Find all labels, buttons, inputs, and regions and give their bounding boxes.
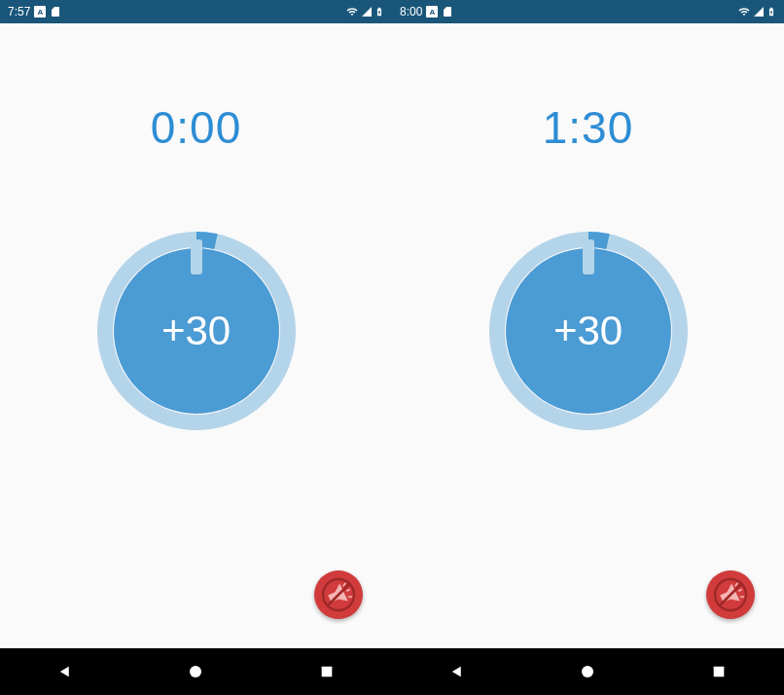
timer-content: 0:00 +30 xyxy=(0,23,392,648)
svg-line-4 xyxy=(346,590,350,592)
megaphone-off-icon xyxy=(321,577,356,612)
nav-back-button[interactable] xyxy=(418,648,496,695)
wifi-icon xyxy=(737,6,751,18)
svg-rect-19 xyxy=(713,667,724,677)
keyboard-indicator-icon: A xyxy=(34,6,46,18)
status-time: 8:00 xyxy=(400,5,422,18)
megaphone-off-icon xyxy=(713,577,748,612)
status-bar-right xyxy=(345,5,384,18)
dial-icon xyxy=(97,232,296,430)
screen-right: 8:00 A 1:30 +30 xyxy=(392,0,784,695)
timer-content: 1:30 +30 xyxy=(392,23,784,648)
add-time-dial[interactable]: +30 xyxy=(97,232,296,430)
nav-recents-icon xyxy=(319,664,335,679)
nav-home-button[interactable] xyxy=(549,648,626,695)
keyboard-indicator-icon: A xyxy=(426,6,438,18)
navigation-bar xyxy=(392,648,784,695)
sd-card-icon xyxy=(50,6,61,18)
nav-recents-button[interactable] xyxy=(680,648,758,695)
timer-display: 1:30 xyxy=(543,101,634,154)
svg-rect-12 xyxy=(583,239,594,274)
svg-point-8 xyxy=(190,666,201,677)
nav-recents-button[interactable] xyxy=(288,648,366,695)
nav-home-icon xyxy=(579,663,596,680)
nav-back-icon xyxy=(56,663,74,680)
add-time-dial[interactable]: +30 xyxy=(489,232,688,430)
status-time: 7:57 xyxy=(8,5,30,18)
battery-icon xyxy=(374,5,384,18)
status-bar-left: 7:57 A xyxy=(8,5,61,18)
dial-icon xyxy=(489,232,688,430)
wifi-icon xyxy=(345,6,359,18)
status-bar: 7:57 A xyxy=(0,0,392,23)
status-bar-right xyxy=(737,5,776,18)
svg-point-18 xyxy=(582,666,593,677)
nav-recents-icon xyxy=(711,664,727,679)
mute-button[interactable] xyxy=(314,570,363,619)
svg-line-5 xyxy=(348,595,352,599)
status-bar-left: 8:00 A xyxy=(400,5,453,18)
mute-button[interactable] xyxy=(706,570,755,619)
battery-icon xyxy=(766,5,776,18)
nav-back-button[interactable] xyxy=(26,648,104,695)
nav-home-icon xyxy=(187,663,204,680)
nav-home-button[interactable] xyxy=(157,648,234,695)
svg-rect-9 xyxy=(321,667,332,677)
nav-back-icon xyxy=(448,663,466,680)
timer-display: 0:00 xyxy=(151,101,242,154)
svg-line-15 xyxy=(740,595,744,599)
signal-icon xyxy=(753,6,765,18)
navigation-bar xyxy=(0,648,392,695)
status-bar: 8:00 A xyxy=(392,0,784,23)
svg-line-14 xyxy=(738,590,742,592)
signal-icon xyxy=(361,6,373,18)
screen-left: 7:57 A 0:00 +30 xyxy=(0,0,392,695)
sd-card-icon xyxy=(442,6,453,18)
svg-rect-2 xyxy=(191,239,202,274)
